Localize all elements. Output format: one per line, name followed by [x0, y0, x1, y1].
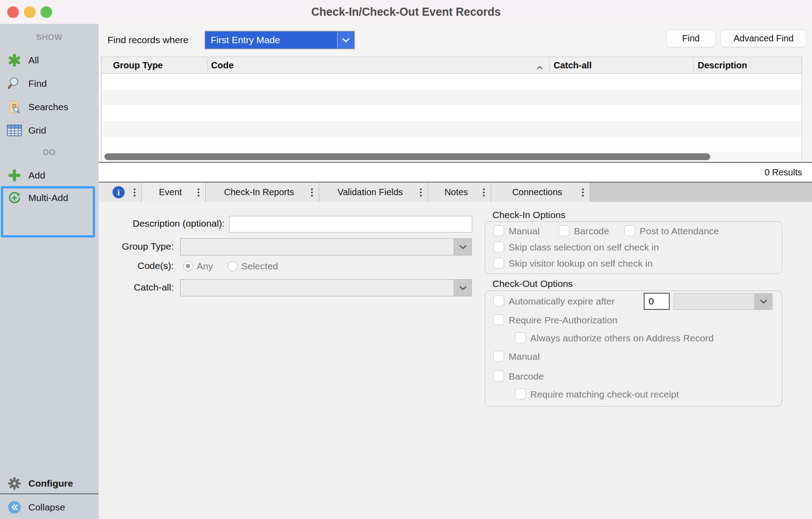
sidebar-item-collapse[interactable]: Collapse [0, 498, 99, 516]
require-preauth-checkbox[interactable] [493, 314, 504, 325]
table-row [102, 89, 802, 105]
tab-menu-icon[interactable] [483, 192, 485, 193]
tab-menu-icon[interactable] [582, 192, 584, 193]
catch-all-select[interactable] [180, 279, 472, 296]
sidebar-item-label: Searches [28, 98, 68, 116]
chevron-down-icon [337, 31, 354, 49]
sidebar-item-label: Add [28, 166, 45, 184]
tab-notes[interactable]: Notes [428, 183, 491, 202]
window-title: Check-In/Check-Out Event Records [0, 0, 812, 24]
find-field-select[interactable]: First Entry Made [205, 31, 355, 49]
sidebar-item-label: Configure [28, 474, 73, 492]
checkin-manual-label: Manual [509, 226, 540, 237]
tab-event[interactable]: Event [142, 183, 206, 202]
tab-menu-icon[interactable] [198, 192, 199, 193]
results-table: Group Type Code Catch-all Description [101, 57, 802, 163]
sidebar-item-find[interactable]: Find [0, 75, 99, 93]
column-header-code[interactable]: Code [211, 57, 234, 73]
horizontal-scrollbar-track[interactable] [102, 152, 802, 162]
sidebar-item-all[interactable]: All [0, 51, 99, 69]
table-body [102, 74, 802, 152]
group-type-label: Group Type: [63, 241, 174, 252]
sidebar-item-searches[interactable]: Searches [0, 98, 99, 116]
title-bar: Check-In/Check-Out Event Records [0, 0, 812, 24]
collapse-icon [5, 498, 23, 516]
require-preauth-label: Require Pre-Authorization [509, 315, 618, 326]
results-count: 0 Results [765, 163, 802, 182]
checkout-barcode-checkbox[interactable] [493, 371, 504, 381]
checkin-barcode-checkbox[interactable] [559, 225, 569, 236]
skip-visitor-lookup-label: Skip visitor lookup on self check in [509, 258, 653, 269]
column-divider[interactable] [549, 58, 550, 72]
description-input[interactable] [229, 216, 472, 233]
info-icon: i [113, 186, 125, 198]
tab-menu-icon[interactable] [134, 192, 135, 193]
sidebar-item-configure[interactable]: Configure [0, 474, 99, 492]
codes-selected-label: Selected [241, 261, 278, 272]
chevron-down-icon [454, 239, 471, 255]
tab-check-in-reports[interactable]: Check-In Reports [206, 183, 319, 202]
table-row [102, 74, 802, 89]
codes-label: Code(s): [63, 260, 174, 271]
tab-label: Check-In Reports [224, 187, 301, 197]
description-label: Description (optional): [108, 218, 225, 229]
checkout-manual-label: Manual [509, 351, 540, 362]
expire-amount-input[interactable] [644, 293, 670, 310]
codes-selected-radio[interactable] [228, 261, 238, 271]
plus-icon [5, 166, 23, 184]
app-window: Check-In/Check-Out Event Records SHOW Al… [0, 0, 812, 519]
skip-class-selection-checkbox[interactable] [493, 242, 504, 252]
post-to-attendance-label: Post to Attendance [640, 226, 719, 237]
multi-add-icon [5, 189, 23, 207]
tab-bar-filler [590, 183, 812, 202]
results-status-bar: 0 Results [99, 163, 812, 182]
codes-any-radio[interactable] [183, 261, 193, 271]
check-out-options-heading: Check-Out Options [492, 278, 573, 289]
advanced-find-button[interactable]: Advanced Find [721, 30, 807, 47]
column-header-description[interactable]: Description [698, 57, 747, 73]
sidebar-item-label: Grid [28, 121, 46, 139]
always-authorize-checkbox[interactable] [515, 332, 526, 343]
tab-info[interactable]: i [99, 183, 142, 202]
skip-visitor-lookup-checkbox[interactable] [493, 258, 504, 268]
sidebar-item-grid[interactable]: Grid [0, 121, 99, 139]
sidebar-item-label: Collapse [28, 498, 65, 516]
column-divider[interactable] [207, 58, 208, 72]
find-records-where-label: Find records where [108, 35, 189, 45]
tab-label: Notes [444, 187, 474, 197]
tab-label: Connections [512, 187, 568, 197]
skip-class-selection-label: Skip class selection on self check in [509, 242, 659, 253]
sort-ascending-icon [537, 63, 543, 72]
sidebar-item-label: Multi-Add [28, 189, 68, 207]
column-divider[interactable] [693, 58, 694, 72]
saved-search-icon [5, 98, 23, 116]
horizontal-scrollbar-thumb[interactable] [104, 153, 710, 160]
auto-expire-checkbox[interactable] [493, 295, 504, 306]
tab-connections[interactable]: Connections [491, 183, 590, 202]
tab-label: Event [159, 187, 188, 197]
column-header-group-type[interactable]: Group Type [113, 57, 163, 73]
radio-dot [186, 264, 190, 268]
group-type-select[interactable] [180, 238, 472, 255]
sidebar-item-multi-add[interactable]: Multi-Add [0, 189, 99, 207]
sidebar-item-add[interactable]: Add [0, 166, 99, 184]
column-header-catch-all[interactable]: Catch-all [554, 57, 591, 73]
post-to-attendance-checkbox[interactable] [624, 225, 635, 236]
check-in-options-heading: Check-In Options [492, 210, 565, 220]
checkout-manual-checkbox[interactable] [493, 351, 504, 362]
table-row [102, 121, 802, 137]
gear-icon [5, 474, 23, 492]
checkin-barcode-label: Barcode [574, 226, 609, 237]
expire-unit-select[interactable] [674, 293, 772, 310]
require-receipt-checkbox[interactable] [515, 389, 526, 399]
table-row [102, 105, 802, 121]
tab-label: Validation Fields [338, 187, 409, 197]
tab-menu-icon[interactable] [420, 192, 422, 193]
tab-menu-icon[interactable] [311, 192, 313, 193]
checkin-manual-checkbox[interactable] [493, 225, 504, 236]
asterisk-icon [5, 51, 23, 69]
find-button[interactable]: Find [666, 30, 716, 47]
always-authorize-label: Always authorize others on Address Recor… [530, 333, 713, 344]
tab-validation-fields[interactable]: Validation Fields [319, 183, 428, 202]
require-receipt-label: Require matching check-out receipt [530, 389, 679, 400]
